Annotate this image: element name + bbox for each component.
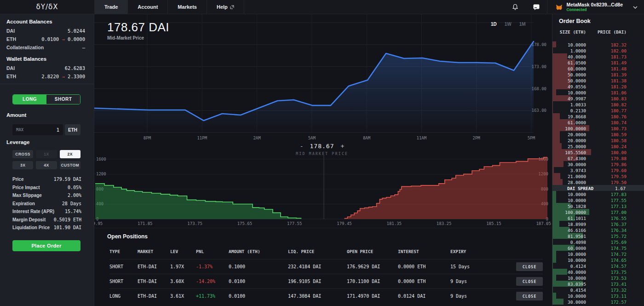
order-book-ask-row[interactable]: 61.0500181.49: [552, 59, 644, 65]
order-book-bid-row[interactable]: 30.0000172.57: [552, 299, 644, 305]
place-order-button[interactable]: Place Order: [12, 240, 80, 251]
order-book-ask-row[interactable]: 49.9987180.83: [552, 95, 644, 101]
tab-trade[interactable]: Trade: [94, 0, 128, 14]
order-book-ask-row[interactable]: 20.0000180.58: [552, 137, 644, 143]
wallet-menu[interactable]: MetaMask 0x8239...Cd8e Connected: [547, 0, 644, 14]
order-size: 60.0000: [568, 246, 586, 251]
position-market: ETH-DAI: [138, 264, 157, 269]
increase-price-button[interactable]: +: [340, 143, 344, 150]
range-1m-button[interactable]: 1M: [519, 22, 526, 27]
depth-bar: [552, 269, 567, 275]
order-book-ask-row[interactable]: 61.0000180.74: [552, 119, 644, 125]
order-size: 30.0000: [568, 300, 586, 305]
range-1d-button[interactable]: 1D: [491, 22, 497, 27]
order-book-bid-row[interactable]: 100.0000177.00: [552, 209, 644, 215]
amount-input[interactable]: MAX 1: [12, 124, 63, 135]
mid-price-value: 178.67: [310, 143, 334, 150]
leverage-custom-button[interactable]: CUSTOM: [60, 161, 80, 169]
order-book-bid-row[interactable]: 50.1828177.13: [552, 203, 644, 209]
close-position-button[interactable]: CLOSE: [516, 262, 543, 271]
order-book-ask-row[interactable]: 1.0000182.00: [552, 47, 644, 53]
order-book-ask-row[interactable]: 21.0000179.59: [552, 173, 644, 179]
order-book-ask-row[interactable]: 10.0000181.06: [552, 89, 644, 95]
order-book-bid-row[interactable]: 83.0395173.41: [552, 281, 644, 287]
depth-chart[interactable]: 004004008008001200120016001600169.95171.…: [94, 154, 552, 228]
order-book-ask-row[interactable]: 49.0556181.20: [552, 83, 644, 89]
order-size: 81.9501: [568, 234, 586, 239]
order-book-ask-row[interactable]: 30.0000179.86: [552, 161, 644, 167]
position-lev: 1.97X: [170, 264, 184, 269]
tab-help[interactable]: Help: [207, 0, 244, 14]
long-button[interactable]: LONG: [13, 95, 46, 104]
leverage-3x-button[interactable]: 3X: [12, 161, 33, 169]
order-size: 25.0000: [568, 144, 586, 149]
max-button[interactable]: MAX: [16, 127, 23, 132]
external-link-icon: [230, 5, 234, 9]
order-book-bid-row[interactable]: 10.0000177.83: [552, 191, 644, 197]
order-book-bid-row[interactable]: 0.4124174.57: [552, 263, 644, 269]
leverage-options: CROSS 1X 2X 3X 4X CUSTOM: [12, 150, 80, 169]
tab-account[interactable]: Account: [128, 0, 168, 14]
order-book-bid-row[interactable]: 60.0000174.75: [552, 245, 644, 251]
order-book-ask-row[interactable]: 19.8668180.76: [552, 113, 644, 119]
order-book-ask-row[interactable]: 50.0000181.38: [552, 77, 644, 83]
order-book-bid-row[interactable]: 40.0000173.75: [552, 269, 644, 275]
order-price: 177.55: [611, 198, 627, 203]
chat-button[interactable]: [526, 0, 547, 14]
order-book-ask-row[interactable]: 3.9743179.60: [552, 167, 644, 173]
order-book-bid-row[interactable]: 10.0000173.53: [552, 275, 644, 281]
leverage-label: Leverage: [6, 139, 30, 145]
spread-value: 1.67: [615, 186, 626, 191]
order-book-bid-row[interactable]: 0.4098175.69: [552, 239, 644, 245]
wallet-address: MetaMask 0x8239...Cd8e: [566, 2, 623, 8]
price-axis-label: 163.00: [531, 108, 546, 113]
time-axis-label: 5PM: [528, 136, 535, 140]
amount-unit-button[interactable]: ETH: [65, 124, 80, 135]
position-expiry: 9 Days: [450, 294, 467, 299]
order-book-bid-row[interactable]: 10.0000177.55: [552, 197, 644, 203]
position-liq-price: 196.9105 DAI: [288, 279, 321, 284]
leverage-cross-button[interactable]: CROSS: [12, 150, 33, 158]
depth-bar: [552, 131, 560, 137]
order-book-ask-row[interactable]: 40.0000181.73: [552, 53, 644, 59]
decrease-price-button[interactable]: -: [300, 143, 304, 150]
order-book-bid-row[interactable]: 18.8989176.37: [552, 221, 644, 227]
order-book-bid-row[interactable]: 81.9501175.72: [552, 233, 644, 239]
order-book-ask-row[interactable]: 20.0000180.59: [552, 131, 644, 137]
order-price: 180.83: [611, 96, 627, 101]
order-book-bid-row[interactable]: 0.4154173.32: [552, 287, 644, 293]
order-book-ask-row[interactable]: 105.5560180.00: [552, 149, 644, 155]
leverage-2x-button[interactable]: 2X: [60, 150, 80, 158]
tab-markets[interactable]: Markets: [168, 0, 207, 14]
order-book-ask-row[interactable]: 1.0033180.82: [552, 101, 644, 107]
order-book-ask-row[interactable]: 25.0000180.24: [552, 143, 644, 149]
order-price: 181.06: [611, 90, 627, 95]
order-book-ask-row[interactable]: 28.0000179.50: [552, 179, 644, 185]
order-book-ask-row[interactable]: 60.0000181.48: [552, 65, 644, 71]
close-position-button[interactable]: CLOSE: [516, 292, 543, 300]
leverage-1x-button[interactable]: 1X: [36, 150, 57, 158]
order-book-ask-row[interactable]: 100.0000180.73: [552, 125, 644, 131]
close-position-button[interactable]: CLOSE: [516, 277, 543, 286]
leverage-4x-button[interactable]: 4X: [36, 161, 57, 169]
position-open-price: 176.9629 DAI: [347, 264, 380, 269]
wallet-eth-label: ETH: [6, 74, 16, 79]
order-book-ask-row[interactable]: 67.4300179.88: [552, 155, 644, 161]
spread-label: DAI SPREAD: [567, 186, 593, 191]
order-book-ask-row[interactable]: 0.2130180.77: [552, 107, 644, 113]
short-button[interactable]: SHORT: [46, 95, 80, 104]
depth-bar: [552, 257, 556, 263]
order-book-ask-row[interactable]: 10.0000182.32: [552, 41, 644, 47]
order-book-ask-row[interactable]: 50.0000181.39: [552, 71, 644, 77]
sidebar: Account Balances DAI 5.0244 ETH 0.0100 →…: [0, 14, 94, 306]
depth-bar: [552, 143, 562, 149]
order-book-bid-row[interactable]: 61.1011176.55: [552, 215, 644, 221]
order-book-bid-row[interactable]: 10.0000174.72: [552, 251, 644, 257]
range-1w-button[interactable]: 1W: [505, 22, 512, 27]
order-book-bid-row[interactable]: 10.0000174.65: [552, 257, 644, 263]
notifications-button[interactable]: [505, 0, 526, 14]
order-book-bid-row[interactable]: 46.6166176.34: [552, 227, 644, 233]
order-book-bid-row[interactable]: 10.0000173.11: [552, 293, 644, 299]
order-price: 177.13: [611, 204, 627, 209]
app-root: δY/δX Trade Account Markets Help MetaMas…: [0, 0, 644, 306]
